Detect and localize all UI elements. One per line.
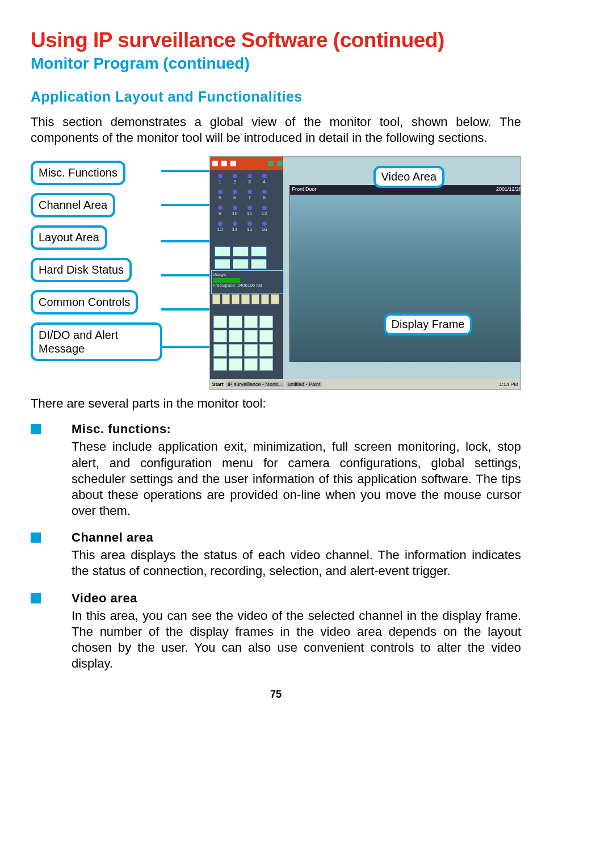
item-heading: Channel area <box>72 530 153 544</box>
callout-misc-functions: Misc. Functions <box>31 161 125 185</box>
section-heading: Application Layout and Functionalities <box>31 89 521 105</box>
callout-layout-area: Layout Area <box>31 225 107 250</box>
item-body: These include application exit, minimiza… <box>72 439 521 519</box>
item-body: In this area, you can see the video of t… <box>72 608 521 672</box>
monitor-screenshot: 1234 5678 9101112 13141516 Usage: FreeSp… <box>209 156 521 390</box>
section-misc-functions: Misc. functions: These include applicati… <box>31 422 521 519</box>
taskbar-start: Start <box>212 381 224 387</box>
taskbar-note: untitled - Paint <box>286 381 322 387</box>
item-heading: Misc. functions: <box>72 422 171 436</box>
lead-sentence: There are several parts in the monitor t… <box>31 396 521 412</box>
page-title: Using IP surveillance Software (continue… <box>31 28 521 52</box>
taskbar-app: IP surveillance - Monit... <box>226 381 284 387</box>
item-heading: Video area <box>72 591 137 605</box>
intro-paragraph: This section demonstrates a global view … <box>31 114 521 146</box>
video-title-right: 2001/12/28 13:12:40 <box>496 186 521 192</box>
page-subtitle: Monitor Program (continued) <box>31 54 521 73</box>
taskbar-time: 1:14 PM <box>499 381 518 387</box>
callout-video-area: Video Area <box>373 166 445 188</box>
bullet-square-icon <box>31 532 41 543</box>
callout-hard-disk-status: Hard Disk Status <box>31 258 132 282</box>
bullet-square-icon <box>31 424 41 434</box>
hdd-usage-label: Usage: <box>213 272 227 277</box>
section-channel-area: Channel area This area displays the stat… <box>31 530 521 579</box>
section-video-area: Video area In this area, you can see the… <box>31 591 521 672</box>
callout-channel-area: Channel Area <box>31 193 115 217</box>
item-body: This area displays the status of each vi… <box>72 547 521 579</box>
video-title-left: Front Door <box>292 186 317 192</box>
page-number: 75 <box>31 689 521 701</box>
callout-dido-alert: DI/DO and Alert Message <box>31 322 162 361</box>
callout-common-controls: Common Controls <box>31 290 138 315</box>
hdd-free-label: FreeSpace: 2406106 KB <box>213 283 263 288</box>
figure: Misc. Functions Channel Area Layout Area… <box>31 156 521 390</box>
bullet-square-icon <box>31 593 41 603</box>
callout-display-frame: Display Frame <box>384 313 473 336</box>
